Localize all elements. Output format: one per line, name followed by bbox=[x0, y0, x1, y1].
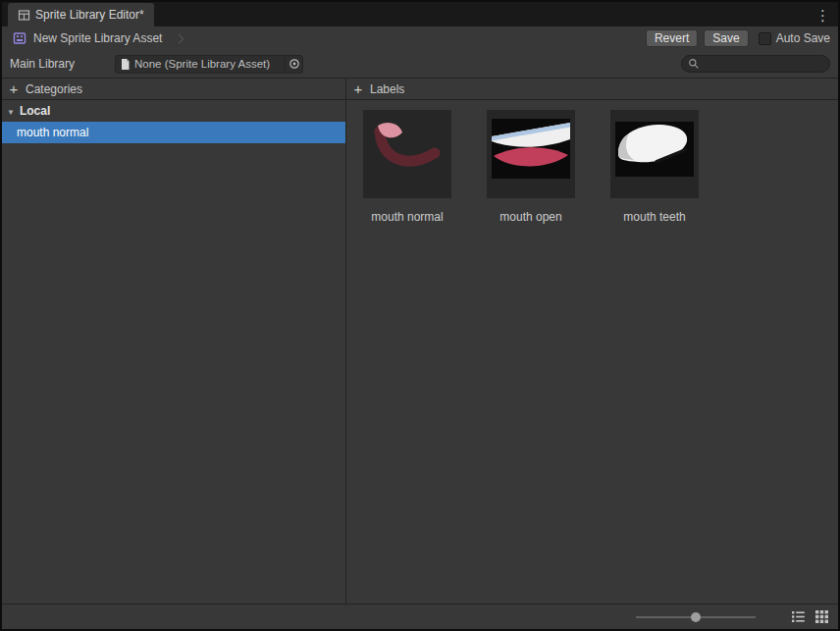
grid-view-button[interactable] bbox=[813, 608, 830, 626]
object-picker-button[interactable] bbox=[285, 56, 302, 73]
tab-title: Sprite Library Editor* bbox=[35, 8, 144, 22]
label-item-mouth-teeth[interactable]: mouth teeth bbox=[610, 110, 699, 224]
kebab-menu-icon[interactable]: ⋮ bbox=[808, 5, 838, 26]
label-item-mouth-open[interactable]: mouth open bbox=[487, 110, 575, 224]
save-button[interactable]: Save bbox=[704, 29, 748, 47]
category-row-label: mouth normal bbox=[17, 126, 88, 139]
categories-title: Categories bbox=[26, 82, 82, 96]
auto-save-toggle: Auto Save bbox=[759, 31, 830, 45]
thumbnail-size-slider[interactable] bbox=[636, 610, 756, 624]
toolbar: New Sprite Library Asset Revert Save Aut… bbox=[2, 26, 838, 50]
auto-save-checkbox[interactable] bbox=[759, 32, 771, 45]
object-field-value: None (Sprite Library Asset) bbox=[131, 58, 285, 70]
sprite-thumbnail-mouth-normal bbox=[363, 110, 451, 198]
main-split: + Categories ▼ Local mouth normal + Labe… bbox=[2, 78, 838, 604]
search-field bbox=[681, 55, 830, 73]
sprite-library-editor-window: Sprite Library Editor* ⋮ New Sprite Libr… bbox=[0, 0, 840, 631]
categories-list: ▼ Local mouth normal bbox=[2, 100, 345, 604]
search-input[interactable] bbox=[704, 58, 823, 70]
label-item-name: mouth normal bbox=[363, 210, 451, 224]
sprite-library-asset-icon bbox=[12, 30, 27, 46]
list-view-icon bbox=[791, 609, 806, 624]
labels-panel: + Labels mouth normal bbox=[346, 79, 838, 604]
add-label-button[interactable]: + bbox=[346, 79, 370, 99]
foldout-arrow-icon: ▼ bbox=[7, 107, 15, 116]
slider-knob[interactable] bbox=[691, 612, 701, 622]
main-library-row: Main Library None (Sprite Library Asset) bbox=[2, 50, 838, 78]
tab-sprite-library-editor[interactable]: Sprite Library Editor* bbox=[8, 3, 154, 26]
breadcrumb-item[interactable]: New Sprite Library Asset bbox=[33, 31, 162, 45]
asset-document-icon bbox=[120, 58, 131, 71]
add-category-button[interactable]: + bbox=[2, 79, 26, 99]
tab-bar: Sprite Library Editor* ⋮ bbox=[2, 2, 838, 26]
labels-header: + Labels bbox=[346, 79, 838, 100]
breadcrumb-chevron-icon bbox=[175, 33, 184, 43]
categories-panel: + Categories ▼ Local mouth normal bbox=[2, 79, 346, 604]
search-icon bbox=[688, 58, 700, 70]
category-row-mouth-normal[interactable]: mouth normal bbox=[2, 122, 345, 143]
footer-bar bbox=[2, 604, 838, 629]
main-library-label: Main Library bbox=[10, 57, 115, 71]
labels-grid-body: mouth normal mouth open bbox=[346, 100, 838, 604]
label-item-mouth-normal[interactable]: mouth normal bbox=[363, 110, 451, 224]
local-foldout[interactable]: ▼ Local bbox=[2, 100, 345, 122]
grid-view-icon bbox=[814, 609, 829, 624]
labels-grid: mouth normal mouth open bbox=[346, 100, 838, 224]
sprite-library-editor-icon bbox=[18, 9, 30, 22]
label-item-name: mouth open bbox=[487, 210, 575, 224]
breadcrumb: New Sprite Library Asset bbox=[8, 27, 186, 49]
revert-button[interactable]: Revert bbox=[646, 29, 698, 47]
labels-title: Labels bbox=[370, 82, 404, 96]
category-group-label: Local bbox=[20, 104, 50, 118]
sprite-thumbnail-mouth-teeth bbox=[610, 110, 699, 198]
categories-header: + Categories bbox=[2, 79, 345, 100]
auto-save-label: Auto Save bbox=[776, 31, 830, 45]
list-view-button[interactable] bbox=[789, 608, 807, 626]
main-library-object-field[interactable]: None (Sprite Library Asset) bbox=[115, 55, 303, 74]
label-item-name: mouth teeth bbox=[610, 210, 699, 224]
sprite-thumbnail-mouth-open bbox=[487, 110, 575, 198]
